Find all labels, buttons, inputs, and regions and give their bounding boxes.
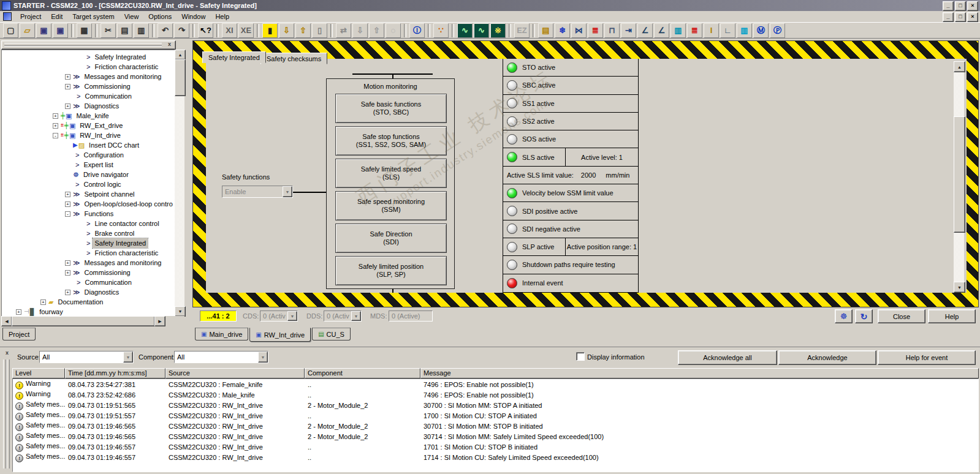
drive-object-badge[interactable]: ...41 : 2: [200, 310, 237, 322]
tree-item-label[interactable]: Setpoint channel: [83, 189, 137, 199]
tree-item-label[interactable]: Documentation: [56, 297, 105, 307]
tree-item[interactable]: + ≫ Messages and monitoring: [2, 258, 175, 268]
tree-scroll-up-icon[interactable]: ▲: [175, 50, 186, 60]
column-header-source[interactable]: Source: [165, 368, 305, 378]
toolbar-button[interactable]: ∟: [720, 23, 735, 38]
mdi-close-button[interactable]: ×: [967, 12, 978, 22]
tree-item-label[interactable]: Messages and monitoring: [83, 258, 164, 268]
tree-item[interactable]: + ≫ Diagnostics: [2, 101, 175, 111]
tree-item-label[interactable]: Commissioning: [83, 81, 132, 91]
menu-item[interactable]: Window: [177, 12, 210, 21]
mdi-minimize-button[interactable]: _: [943, 12, 954, 22]
refresh-button[interactable]: ↻: [855, 309, 873, 323]
tab-safety-integrated[interactable]: Safety Integrated: [202, 51, 266, 63]
toolbar-button[interactable]: XE: [238, 23, 254, 38]
toolbar-button[interactable]: ◌: [386, 23, 401, 38]
tree-item-label[interactable]: Male_knife: [75, 111, 111, 121]
tree-expander[interactable]: -: [53, 133, 58, 138]
tree-expander[interactable]: +: [40, 299, 46, 305]
toolbar-button[interactable]: [71, 24, 74, 37]
display-information-checkbox[interactable]: [576, 352, 585, 361]
tab-project[interactable]: Project: [2, 328, 36, 340]
chevron-down-icon[interactable]: ▼: [258, 352, 268, 363]
tree-item[interactable]: + ≫ Open-loop/closed-loop contro: [2, 199, 175, 209]
menu-item[interactable]: Options: [143, 12, 177, 21]
mdi-restore-button[interactable]: □: [955, 12, 966, 22]
toolbar-button[interactable]: ※: [490, 23, 506, 38]
toolbar-button[interactable]: ≣: [588, 23, 603, 38]
minimize-button[interactable]: _: [943, 1, 954, 11]
toolbar-button[interactable]: ▢: [3, 23, 18, 38]
tree-item-label[interactable]: Safety Integrated: [93, 238, 148, 248]
tree-item-label[interactable]: Insert DCC chart: [87, 140, 141, 150]
toolbar-button[interactable]: ⋈: [571, 23, 587, 38]
toolbar-button[interactable]: ▮: [262, 23, 278, 38]
tree-expander[interactable]: +: [65, 270, 70, 276]
toolbar-button[interactable]: ∿: [457, 23, 473, 38]
tree-item-label[interactable]: Drive navigator: [82, 170, 131, 179]
tree-item[interactable]: + ▰ Documentation: [2, 297, 175, 307]
tree-item-label[interactable]: RW_Ext_drive: [78, 121, 124, 130]
tree-item[interactable]: + ≫ Diagnostics: [2, 287, 175, 297]
toolbar-button[interactable]: ∿: [474, 23, 489, 38]
tree-item[interactable]: > Communication: [2, 91, 175, 101]
tree-item[interactable]: - ≫ Functions: [2, 209, 175, 219]
toolbar-button[interactable]: ▦: [77, 23, 92, 38]
alarm-row[interactable]: !Safety mes... 09.04.73 01:19:51:557 CSS…: [13, 410, 978, 421]
menu-item[interactable]: Edit: [46, 12, 67, 21]
tree-item[interactable]: + ≫ Setpoint channel: [2, 189, 175, 199]
toolbar-button[interactable]: ▯: [312, 23, 327, 38]
tree-hscroll-thumb[interactable]: [12, 316, 155, 326]
toolbar-button[interactable]: [509, 24, 511, 37]
mdi-doc-tab[interactable]: ▣ Main_drive: [195, 328, 248, 340]
toolbar-button[interactable]: ▥: [737, 23, 752, 38]
tree-item-label[interactable]: Control logic: [82, 179, 123, 189]
tree-item[interactable]: > Brake control: [2, 228, 175, 238]
menu-item[interactable]: Help: [210, 12, 234, 21]
toolbar-button[interactable]: ∵: [433, 23, 449, 38]
tree-item[interactable]: - ‼ ╪ ▣ RW_Int_drive: [2, 130, 175, 140]
alarm-row[interactable]: !Safety mes... 09.04.73 01:19:46:557 CSS…: [13, 442, 978, 452]
component-filter-select[interactable]: All ▼: [174, 351, 268, 363]
toolbar-button[interactable]: ∠: [654, 23, 669, 38]
tree-expander[interactable]: +: [65, 290, 70, 295]
tree-panel-close-icon[interactable]: x: [165, 41, 173, 48]
alarm-row[interactable]: !Safety mes... 09.04.73 01:19:46:565 CSS…: [13, 421, 978, 431]
tree-item[interactable]: + ╪ ▣ Male_knife: [2, 111, 175, 121]
toolbar-button[interactable]: ⇄: [336, 23, 351, 38]
column-header-time[interactable]: Time [dd.mm.yy h:m:s:ms]: [65, 368, 165, 378]
toolbar-button[interactable]: [404, 24, 406, 37]
tree-scroll-right-icon[interactable]: ▶: [154, 316, 165, 326]
tree-scroll-left-icon[interactable]: ◀: [1, 316, 12, 326]
alarm-row[interactable]: !Warning 08.04.73 23:52:42:686 CSSM22CU3…: [13, 389, 978, 400]
alarm-panel-close-icon[interactable]: x: [3, 350, 11, 357]
mdi-child-icon[interactable]: [3, 12, 12, 21]
chevron-down-icon[interactable]: ▼: [123, 352, 133, 363]
toolbar-button[interactable]: [95, 24, 97, 37]
alarm-panel-grip[interactable]: [3, 359, 6, 468]
tree-expander[interactable]: +: [53, 113, 58, 119]
restore-button[interactable]: □: [955, 1, 966, 11]
toolbar-button[interactable]: ▣: [53, 23, 68, 38]
safety-function-button[interactable]: Safe stop functions (SS1, SS2, SOS, SAM): [335, 126, 447, 156]
mdi-doc-tab[interactable]: ▤ CU_S: [312, 328, 351, 340]
toolbar-button[interactable]: ≣: [687, 23, 702, 38]
tree-item-label[interactable]: RW_Int_drive: [78, 130, 122, 140]
alarm-row[interactable]: !Warning 08.04.73 23:54:27:381 CSSM22CU3…: [13, 379, 978, 389]
toolbar-button[interactable]: I: [704, 23, 719, 38]
chevron-down-icon[interactable]: ▼: [283, 186, 292, 197]
column-header-message[interactable]: Message: [420, 368, 979, 378]
tree-item[interactable]: > Friction characteristic: [2, 62, 175, 72]
menu-item[interactable]: View: [120, 12, 144, 21]
tree-expander[interactable]: +: [65, 74, 70, 80]
alarm-row[interactable]: !Safety mes... 09.04.73 01:19:51:565 CSS…: [13, 400, 978, 410]
toolbar-button[interactable]: EZ: [514, 23, 530, 38]
tree-item[interactable]: ☸ Drive navigator: [2, 170, 175, 179]
column-header-component[interactable]: Component: [305, 368, 420, 378]
tree-expander[interactable]: +: [65, 201, 70, 207]
tree-item-label[interactable]: Brake control: [93, 228, 136, 238]
tree-item-label[interactable]: Diagnostics: [83, 101, 121, 111]
toolbar-button[interactable]: ▤: [538, 23, 553, 38]
safety-functions-select[interactable]: Enable ▼: [222, 186, 293, 198]
tree-item-label[interactable]: Line contactor control: [93, 219, 161, 228]
